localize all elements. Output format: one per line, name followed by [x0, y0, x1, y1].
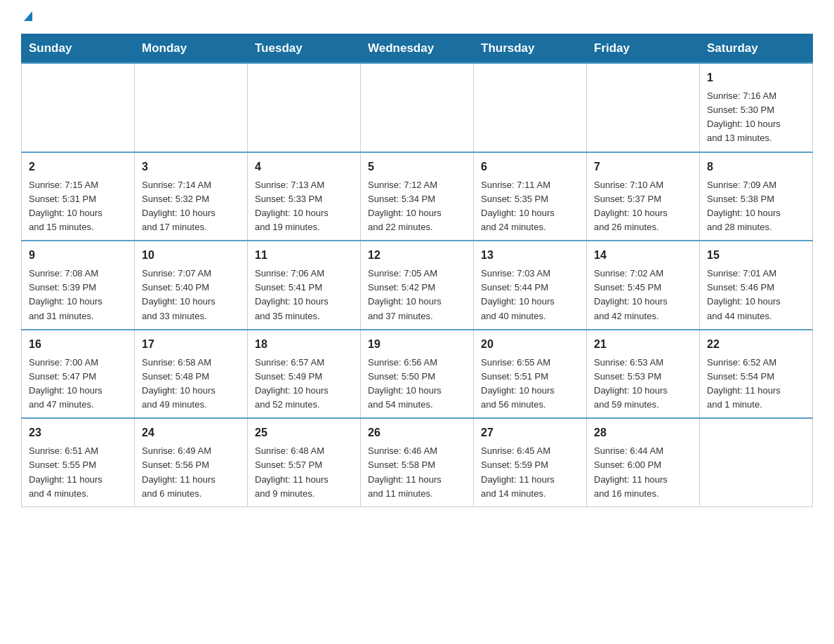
day-info: Sunrise: 7:08 AMSunset: 5:39 PMDaylight:… [29, 267, 127, 323]
logo-triangle-icon [24, 11, 32, 21]
calendar-cell: 15Sunrise: 7:01 AMSunset: 5:46 PMDayligh… [700, 241, 813, 330]
calendar-header-row: SundayMondayTuesdayWednesdayThursdayFrid… [22, 34, 813, 64]
page-header [21, 14, 813, 20]
day-of-week-header: Friday [587, 34, 700, 64]
day-info: Sunrise: 7:13 AMSunset: 5:33 PMDaylight:… [255, 178, 353, 235]
week-row: 1Sunrise: 7:16 AMSunset: 5:30 PMDaylight… [22, 63, 813, 152]
day-number: 3 [142, 159, 240, 175]
calendar-cell [474, 63, 587, 152]
day-info: Sunrise: 6:52 AMSunset: 5:54 PMDaylight:… [707, 356, 805, 412]
calendar-cell [248, 63, 361, 152]
calendar-cell: 7Sunrise: 7:10 AMSunset: 5:37 PMDaylight… [587, 152, 700, 241]
calendar-cell [700, 418, 813, 507]
calendar-cell: 23Sunrise: 6:51 AMSunset: 5:55 PMDayligh… [22, 418, 135, 507]
calendar-cell [587, 63, 700, 152]
calendar-cell: 5Sunrise: 7:12 AMSunset: 5:34 PMDaylight… [361, 152, 474, 241]
day-number: 1 [707, 69, 805, 86]
day-info: Sunrise: 7:16 AMSunset: 5:30 PMDaylight:… [707, 89, 805, 146]
calendar-cell: 26Sunrise: 6:46 AMSunset: 5:58 PMDayligh… [361, 418, 474, 507]
day-number: 7 [594, 159, 692, 175]
day-number: 5 [368, 159, 466, 175]
day-number: 23 [29, 424, 127, 441]
day-number: 17 [142, 336, 240, 353]
day-of-week-header: Saturday [700, 34, 813, 64]
day-info: Sunrise: 6:57 AMSunset: 5:49 PMDaylight:… [255, 356, 353, 412]
calendar-cell: 9Sunrise: 7:08 AMSunset: 5:39 PMDaylight… [22, 241, 135, 330]
day-number: 2 [29, 159, 127, 175]
calendar-cell: 8Sunrise: 7:09 AMSunset: 5:38 PMDaylight… [700, 152, 813, 241]
calendar-cell: 24Sunrise: 6:49 AMSunset: 5:56 PMDayligh… [135, 418, 248, 507]
calendar-cell: 10Sunrise: 7:07 AMSunset: 5:40 PMDayligh… [135, 241, 248, 330]
calendar-cell: 22Sunrise: 6:52 AMSunset: 5:54 PMDayligh… [700, 330, 813, 419]
day-number: 24 [142, 424, 240, 441]
day-info: Sunrise: 7:03 AMSunset: 5:44 PMDaylight:… [481, 267, 579, 323]
day-info: Sunrise: 7:05 AMSunset: 5:42 PMDaylight:… [368, 267, 466, 323]
calendar-cell: 14Sunrise: 7:02 AMSunset: 5:45 PMDayligh… [587, 241, 700, 330]
day-info: Sunrise: 7:06 AMSunset: 5:41 PMDaylight:… [255, 267, 353, 323]
day-number: 16 [29, 336, 127, 353]
day-number: 20 [481, 336, 579, 353]
week-row: 23Sunrise: 6:51 AMSunset: 5:55 PMDayligh… [22, 418, 813, 507]
week-row: 2Sunrise: 7:15 AMSunset: 5:31 PMDaylight… [22, 152, 813, 241]
calendar-cell: 4Sunrise: 7:13 AMSunset: 5:33 PMDaylight… [248, 152, 361, 241]
day-info: Sunrise: 7:14 AMSunset: 5:32 PMDaylight:… [142, 178, 240, 235]
day-info: Sunrise: 6:48 AMSunset: 5:57 PMDaylight:… [255, 444, 353, 501]
calendar-table: SundayMondayTuesdayWednesdayThursdayFrid… [21, 34, 813, 507]
day-info: Sunrise: 6:56 AMSunset: 5:50 PMDaylight:… [368, 356, 466, 412]
day-number: 19 [368, 336, 466, 353]
day-of-week-header: Monday [135, 34, 248, 64]
day-info: Sunrise: 7:07 AMSunset: 5:40 PMDaylight:… [142, 267, 240, 323]
calendar-cell: 18Sunrise: 6:57 AMSunset: 5:49 PMDayligh… [248, 330, 361, 419]
day-number: 25 [255, 424, 353, 441]
calendar-cell: 17Sunrise: 6:58 AMSunset: 5:48 PMDayligh… [135, 330, 248, 419]
day-number: 13 [481, 247, 579, 264]
calendar-cell: 27Sunrise: 6:45 AMSunset: 5:59 PMDayligh… [474, 418, 587, 507]
day-info: Sunrise: 7:11 AMSunset: 5:35 PMDaylight:… [481, 178, 579, 235]
calendar-cell [361, 63, 474, 152]
day-info: Sunrise: 6:58 AMSunset: 5:48 PMDaylight:… [142, 356, 240, 412]
calendar-cell: 21Sunrise: 6:53 AMSunset: 5:53 PMDayligh… [587, 330, 700, 419]
day-number: 27 [481, 424, 579, 441]
week-row: 9Sunrise: 7:08 AMSunset: 5:39 PMDaylight… [22, 241, 813, 330]
day-info: Sunrise: 6:45 AMSunset: 5:59 PMDaylight:… [481, 444, 579, 501]
calendar-cell: 16Sunrise: 7:00 AMSunset: 5:47 PMDayligh… [22, 330, 135, 419]
day-of-week-header: Tuesday [248, 34, 361, 64]
day-info: Sunrise: 6:53 AMSunset: 5:53 PMDaylight:… [594, 356, 692, 412]
calendar-cell: 6Sunrise: 7:11 AMSunset: 5:35 PMDaylight… [474, 152, 587, 241]
calendar-cell: 20Sunrise: 6:55 AMSunset: 5:51 PMDayligh… [474, 330, 587, 419]
calendar-cell: 25Sunrise: 6:48 AMSunset: 5:57 PMDayligh… [248, 418, 361, 507]
day-number: 11 [255, 247, 353, 264]
calendar-cell: 11Sunrise: 7:06 AMSunset: 5:41 PMDayligh… [248, 241, 361, 330]
calendar-cell: 2Sunrise: 7:15 AMSunset: 5:31 PMDaylight… [22, 152, 135, 241]
day-info: Sunrise: 7:09 AMSunset: 5:38 PMDaylight:… [707, 178, 805, 235]
day-number: 15 [707, 247, 805, 264]
day-info: Sunrise: 7:12 AMSunset: 5:34 PMDaylight:… [368, 178, 466, 235]
calendar-cell: 13Sunrise: 7:03 AMSunset: 5:44 PMDayligh… [474, 241, 587, 330]
day-info: Sunrise: 7:15 AMSunset: 5:31 PMDaylight:… [29, 178, 127, 235]
day-number: 10 [142, 247, 240, 264]
day-number: 18 [255, 336, 353, 353]
day-info: Sunrise: 7:01 AMSunset: 5:46 PMDaylight:… [707, 267, 805, 323]
day-number: 22 [707, 336, 805, 353]
day-number: 21 [594, 336, 692, 353]
day-of-week-header: Sunday [22, 34, 135, 64]
day-number: 8 [707, 159, 805, 175]
week-row: 16Sunrise: 7:00 AMSunset: 5:47 PMDayligh… [22, 330, 813, 419]
day-number: 6 [481, 159, 579, 175]
day-number: 26 [368, 424, 466, 441]
day-info: Sunrise: 6:51 AMSunset: 5:55 PMDaylight:… [29, 444, 127, 501]
calendar-cell [135, 63, 248, 152]
calendar-cell: 19Sunrise: 6:56 AMSunset: 5:50 PMDayligh… [361, 330, 474, 419]
day-number: 9 [29, 247, 127, 264]
day-number: 28 [594, 424, 692, 441]
calendar-cell: 12Sunrise: 7:05 AMSunset: 5:42 PMDayligh… [361, 241, 474, 330]
day-info: Sunrise: 6:44 AMSunset: 6:00 PMDaylight:… [594, 444, 692, 501]
calendar-cell [22, 63, 135, 152]
day-number: 12 [368, 247, 466, 264]
day-info: Sunrise: 7:10 AMSunset: 5:37 PMDaylight:… [594, 178, 692, 235]
logo-general-row [21, 14, 32, 24]
day-info: Sunrise: 7:00 AMSunset: 5:47 PMDaylight:… [29, 356, 127, 412]
day-number: 14 [594, 247, 692, 264]
calendar-cell: 3Sunrise: 7:14 AMSunset: 5:32 PMDaylight… [135, 152, 248, 241]
day-of-week-header: Wednesday [361, 34, 474, 64]
